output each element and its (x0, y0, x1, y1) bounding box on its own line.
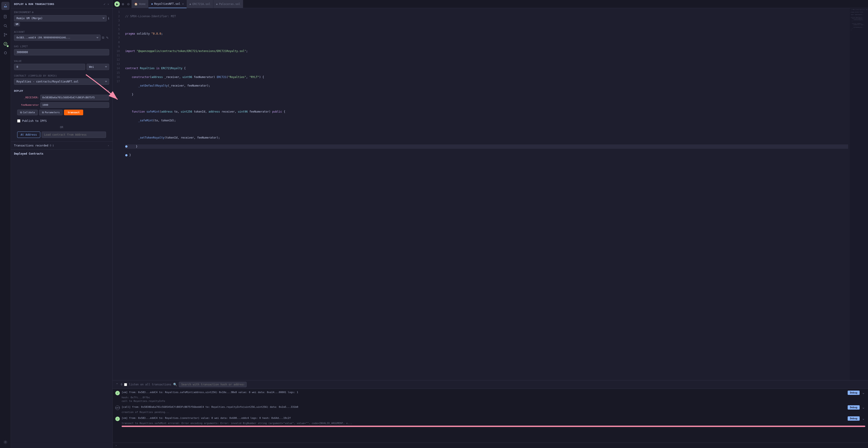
check-icon[interactable]: ✓ (103, 2, 105, 6)
tab-paloceras-label: Paloceras.sol (219, 2, 240, 6)
log-text-2: [call] from: 0x5B38Da6a701c568545dCfcB03… (122, 405, 846, 409)
chevron-right-icon[interactable]: › (107, 2, 109, 6)
debug-btn-2[interactable]: Debug (848, 405, 860, 410)
deploy-header: DEPLOY ∧ (14, 89, 109, 92)
gas-limit-label: GAS LIMIT (14, 45, 109, 48)
tab-royalties-nft[interactable]: ◆ RoyaltiesNFT.sol ✕ (149, 0, 187, 8)
fee-numerator-param-row: feeNumerator (14, 102, 109, 108)
value-row: Wei (14, 64, 109, 70)
activity-bar (0, 0, 11, 448)
code-line-13: _safeMint(to, tokenId); (125, 119, 848, 123)
editor-area: 12345 678910 1112131415 1617 // SPDX-Lic… (113, 8, 868, 448)
zoom-out-btn[interactable]: ⊖ (126, 2, 131, 6)
gas-limit-input[interactable] (14, 49, 109, 55)
value-label: VALUE (14, 60, 109, 62)
run-btn[interactable]: ▶ (114, 1, 120, 7)
load-contract-input[interactable] (41, 132, 106, 138)
files-icon[interactable] (1, 13, 9, 21)
log-subtext-3: transact to Royalties.safeMint errored: … (115, 422, 865, 425)
log-entry-2: call [call] from: 0x5B38Da6a701c568545dC… (115, 405, 865, 414)
erc721a-file-icon: ◆ (189, 2, 191, 6)
deploy-collapse-btn[interactable]: ∧ (107, 89, 109, 92)
deployed-contracts-title: Deployed Contracts (14, 152, 43, 155)
deploy-title: DEPLOY (14, 90, 23, 92)
transactions-header: Transactions recorded 0 ℹ › (14, 144, 109, 147)
expand-btn-2[interactable]: ⌄ (862, 405, 865, 410)
deploy-icon[interactable] (1, 40, 9, 48)
search-icon[interactable] (1, 22, 9, 30)
env-info-btn[interactable]: ℹ (108, 17, 109, 20)
calldata-btn[interactable]: ⧉ Calldata (17, 109, 38, 115)
transact-btn[interactable]: transact (64, 109, 83, 115)
log-entry-1: ✓ [vm] from: 0x5B3...eddC4 to: Royalties… (115, 391, 865, 403)
settings-icon[interactable] (1, 438, 9, 446)
minimap: // SPDX-License-Identifier: MIT pragma s… (850, 8, 868, 380)
console-search-input[interactable] (179, 382, 247, 387)
listen-checkbox[interactable] (124, 383, 127, 386)
svg-point-17 (5, 442, 6, 443)
debug-btn-1[interactable]: Debug (848, 391, 860, 395)
tab-erc721a-label: ERC721A.sol (192, 2, 210, 6)
env-info-icon[interactable]: ⚙ (32, 11, 34, 14)
unit-select[interactable]: Wei (87, 64, 109, 70)
console-collapse-btn[interactable]: ⌃ (115, 382, 119, 387)
royalties-tab-close[interactable]: ✕ (182, 2, 184, 5)
tab-home[interactable]: 🏠 Home (131, 0, 149, 8)
receiver-param-row: _RECEIVER: (14, 95, 109, 100)
log-subtext-1b: call to Royalties.royaltyInfo (115, 399, 865, 403)
transactions-title: Transactions recorded 0 ℹ (14, 144, 54, 147)
account-select[interactable]: 0x5B3...eddC4 (99.999999999991646... (14, 35, 101, 41)
svg-point-5 (4, 24, 6, 27)
publish-row: Publish to IPFS (14, 118, 109, 124)
gas-limit-section: GAS LIMIT (11, 43, 112, 58)
log-row-1: ✓ [vm] from: 0x5B3...eddC4 to: Royalties… (115, 391, 865, 395)
code-area: 12345 678910 1112131415 1617 // SPDX-Lic… (113, 8, 868, 380)
console-count: 0 (121, 383, 122, 386)
error-bar-3 (122, 426, 865, 427)
svg-point-1 (5, 5, 6, 6)
at-address-btn[interactable]: At Address (17, 132, 40, 138)
value-input[interactable] (14, 64, 85, 70)
expand-btn-3[interactable]: ⌄ (862, 416, 865, 421)
deploy-section: DEPLOY ∧ _RECEIVER: feeNumerator ⧉ Calld… (11, 87, 112, 141)
panel-header-icons: ✓ › (103, 2, 109, 6)
zoom-in-btn[interactable]: ⊕ (121, 2, 125, 6)
log-text-1: [vm] from: 0x5B3...eddC4 to: Royalties.s… (122, 391, 846, 394)
debug-btn-3[interactable]: Debug (848, 416, 860, 421)
action-row: ⧉ Calldata ⧉ Parameters transact (14, 109, 109, 115)
contract-select[interactable]: Royalties - contracts/RoyaltiesNFT.sol (14, 78, 109, 85)
code-line-17: } (125, 153, 848, 157)
log-row-2: call [call] from: 0x5B38Da6a701c568545dC… (115, 405, 865, 410)
debug-icon[interactable] (1, 49, 9, 57)
code-line-4 (125, 40, 848, 44)
remix-logo-icon[interactable] (1, 2, 9, 10)
env-select-wrapper: Remix VM (Merge) ℹ (14, 15, 109, 22)
transactions-info-icon[interactable]: ℹ (53, 144, 54, 147)
home-icon: 🏠 (134, 2, 138, 6)
search-console-icon: 🔍 (173, 383, 177, 386)
git-icon[interactable] (1, 31, 9, 39)
transactions-expand-icon[interactable]: › (107, 144, 109, 147)
line-numbers: 12345 678910 1112131415 1617 (113, 8, 122, 380)
tab-erc721a[interactable]: ◆ ERC721A.sol (187, 0, 213, 8)
parameters-btn[interactable]: ⧉ Parameters (39, 109, 63, 115)
console-area: ⌃ 0 listen on all transactions 🔍 ✓ [vm] … (113, 380, 868, 448)
svg-line-6 (6, 27, 7, 27)
environment-select[interactable]: Remix VM (Merge) (14, 15, 107, 22)
right-area: ▶ ⊕ ⊖ 🏠 Home ◆ RoyaltiesNFT.sol ✕ ◆ ERC7… (113, 0, 868, 448)
copy-address-btn[interactable]: ⧉ (101, 35, 105, 40)
transactions-count: 0 (50, 144, 51, 147)
expand-btn-1[interactable]: ⌄ (862, 391, 865, 395)
log-row-3: ✓ [vm] from: 0x5B3...eddC4 to: Royalties… (115, 416, 865, 421)
tab-paloceras[interactable]: ◆ Paloceras.sol (213, 0, 243, 8)
code-line-16: } (125, 145, 848, 149)
console-bottom-bar: › (113, 443, 868, 448)
code-line-7: contract Royalties is ERC721Royalty { (125, 66, 848, 70)
publish-ipfs-checkbox[interactable] (17, 119, 20, 123)
edit-address-btn[interactable]: ✎ (105, 35, 109, 40)
receiver-input[interactable] (40, 95, 109, 100)
code-content[interactable]: // SPDX-License-Identifier: MIT pragma s… (122, 8, 850, 380)
parameters-icon: ⧉ (42, 111, 44, 114)
fee-numerator-input[interactable] (40, 102, 109, 108)
log-call-icon-2: call (115, 406, 120, 410)
